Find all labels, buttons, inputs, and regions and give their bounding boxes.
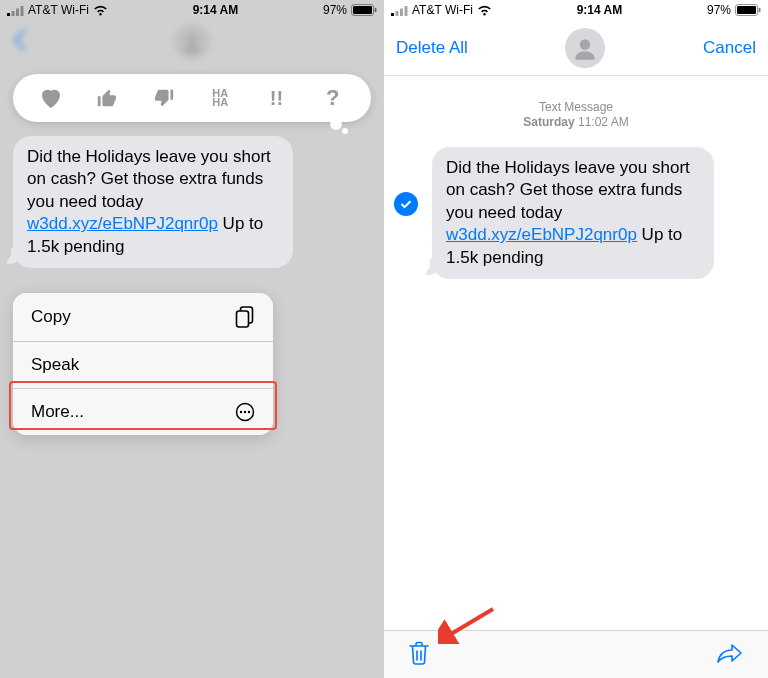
thumbs-down-icon[interactable] bbox=[146, 80, 182, 116]
status-time: 9:14 AM bbox=[577, 3, 623, 17]
question-icon[interactable]: ? bbox=[315, 80, 351, 116]
battery-label: 97% bbox=[323, 3, 347, 17]
carrier-label: AT&T Wi-Fi bbox=[28, 3, 89, 17]
copy-icon bbox=[235, 306, 255, 328]
battery-label: 97% bbox=[707, 3, 731, 17]
status-left: AT&T Wi-Fi bbox=[7, 3, 108, 17]
status-bar: AT&T Wi-Fi 9:14 AM 97% bbox=[384, 0, 768, 20]
message-text-before: Did the Holidays leave you short on cash… bbox=[446, 158, 690, 222]
svg-rect-1 bbox=[12, 11, 15, 16]
trash-button[interactable] bbox=[408, 640, 430, 670]
phone-right: AT&T Wi-Fi 9:14 AM 97% Delete All Cancel… bbox=[384, 0, 768, 678]
check-icon bbox=[399, 197, 413, 211]
svg-rect-9 bbox=[237, 311, 249, 327]
delete-all-button[interactable]: Delete All bbox=[396, 38, 468, 58]
battery-icon bbox=[351, 4, 377, 16]
cancel-button[interactable]: Cancel bbox=[703, 38, 756, 58]
avatar[interactable] bbox=[565, 28, 605, 68]
chat-header-timestamp: Saturday 11:02 AM bbox=[384, 115, 768, 129]
svg-rect-17 bbox=[405, 6, 408, 16]
exclaim-icon[interactable]: !! bbox=[258, 80, 294, 116]
trash-icon bbox=[408, 640, 430, 666]
bottom-toolbar bbox=[384, 630, 768, 678]
svg-point-11 bbox=[240, 411, 242, 413]
chat-header-label: Text Message bbox=[384, 100, 768, 114]
reaction-bar[interactable]: HA HA !! ? bbox=[13, 74, 371, 122]
heart-icon[interactable] bbox=[33, 80, 69, 116]
menu-more-label: More... bbox=[31, 402, 84, 422]
signal-icon bbox=[391, 5, 408, 16]
battery-icon bbox=[735, 4, 761, 16]
chat-header: Text Message Saturday 11:02 AM bbox=[384, 100, 768, 129]
status-left: AT&T Wi-Fi bbox=[391, 3, 492, 17]
status-time: 9:14 AM bbox=[193, 3, 239, 17]
status-bar: AT&T Wi-Fi 9:14 AM 97% bbox=[0, 0, 384, 20]
ellipsis-icon bbox=[235, 402, 255, 422]
menu-speak-label: Speak bbox=[31, 355, 79, 375]
svg-rect-2 bbox=[16, 8, 19, 16]
svg-rect-0 bbox=[7, 13, 10, 16]
avatar bbox=[174, 24, 210, 60]
status-right: 97% bbox=[707, 3, 761, 17]
menu-copy[interactable]: Copy bbox=[13, 293, 273, 342]
thumbs-up-icon[interactable] bbox=[89, 80, 125, 116]
message-bubble[interactable]: Did the Holidays leave you short on cash… bbox=[13, 136, 293, 268]
svg-rect-20 bbox=[759, 8, 761, 12]
menu-more[interactable]: More... bbox=[13, 389, 273, 435]
menu-speak[interactable]: Speak bbox=[13, 342, 273, 389]
svg-rect-15 bbox=[396, 11, 399, 16]
haha-icon[interactable]: HA HA bbox=[202, 80, 238, 116]
message-link[interactable]: w3dd.xyz/eEbNPJ2qnr0p bbox=[27, 214, 218, 233]
wifi-icon bbox=[477, 5, 492, 16]
svg-rect-5 bbox=[353, 6, 372, 14]
context-menu: Copy Speak More... bbox=[13, 293, 273, 435]
svg-point-7 bbox=[188, 35, 196, 43]
forward-button[interactable] bbox=[716, 642, 744, 668]
message-bubble[interactable]: Did the Holidays leave you short on cash… bbox=[432, 147, 714, 279]
message-text-before: Did the Holidays leave you short on cash… bbox=[27, 147, 271, 211]
svg-point-12 bbox=[244, 411, 246, 413]
svg-rect-16 bbox=[400, 8, 403, 16]
menu-copy-label: Copy bbox=[31, 307, 71, 327]
svg-rect-6 bbox=[375, 8, 377, 12]
nav-bar-blurred bbox=[0, 20, 384, 64]
phone-left: AT&T Wi-Fi 9:14 AM 97% HA HA !! ? bbox=[0, 0, 384, 678]
carrier-label: AT&T Wi-Fi bbox=[412, 3, 473, 17]
signal-icon bbox=[7, 5, 24, 16]
back-button bbox=[12, 29, 26, 55]
svg-point-21 bbox=[580, 39, 591, 50]
wifi-icon bbox=[93, 5, 108, 16]
svg-rect-19 bbox=[737, 6, 756, 14]
status-right: 97% bbox=[323, 3, 377, 17]
svg-rect-14 bbox=[391, 13, 394, 16]
message-link[interactable]: w3dd.xyz/eEbNPJ2qnr0p bbox=[446, 225, 637, 244]
nav-bar: Delete All Cancel bbox=[384, 20, 768, 76]
forward-icon bbox=[716, 642, 744, 664]
select-checkmark[interactable] bbox=[394, 192, 418, 216]
svg-point-13 bbox=[248, 411, 250, 413]
svg-rect-3 bbox=[21, 6, 24, 16]
